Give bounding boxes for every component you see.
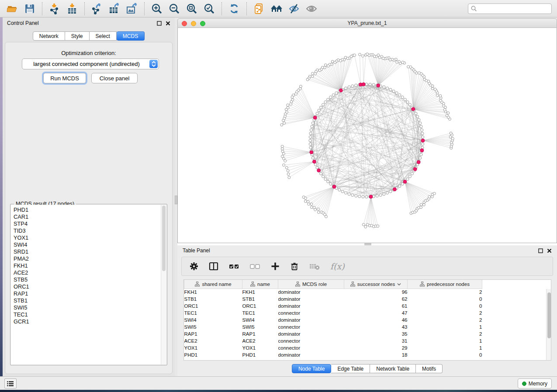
table-cell[interactable]: SWI5 <box>184 323 242 330</box>
column-header-successor-nodes[interactable]: successor nodes <box>344 280 408 289</box>
mcds-list-scroll-thumb[interactable] <box>162 206 166 271</box>
tab-select[interactable]: Select <box>90 31 117 41</box>
open-file-icon[interactable] <box>5 2 20 15</box>
table-row[interactable]: PHD1PHD1dominator180 <box>184 351 482 358</box>
table-cell[interactable]: 0 <box>408 296 482 303</box>
table-cell[interactable]: RAP1 <box>184 330 242 337</box>
table-cell[interactable]: 2 <box>408 289 482 296</box>
table-cell[interactable]: TEC1 <box>184 309 242 316</box>
table-options-icon[interactable] <box>190 262 198 271</box>
mcds-result-item[interactable]: RAP1 <box>11 290 166 297</box>
double-home-icon[interactable] <box>269 2 284 15</box>
table-cell[interactable]: dominator <box>278 351 344 358</box>
table-cell[interactable]: ACE2 <box>242 337 278 344</box>
table-cell[interactable]: 1 <box>408 323 482 330</box>
import-network-icon[interactable] <box>47 2 62 15</box>
table-cell[interactable]: PHD1 <box>184 351 242 358</box>
table-cell[interactable]: 2 <box>408 309 482 316</box>
mcds-result-item[interactable]: TID3 <box>11 227 166 234</box>
table-cell[interactable]: ORC1 <box>242 303 278 309</box>
table-row[interactable]: SWI5SWI5connector431 <box>184 323 482 330</box>
close-panel-button[interactable]: Close panel <box>91 73 138 83</box>
table-row[interactable]: YOX1YOX1connector291 <box>184 344 482 351</box>
add-row-icon[interactable] <box>271 262 280 271</box>
search-field[interactable] <box>468 3 552 14</box>
table-cell[interactable]: 1 <box>408 337 482 344</box>
float-panel-icon[interactable] <box>157 21 162 26</box>
tab-motifs[interactable]: Motifs <box>416 364 443 373</box>
table-cell[interactable]: 35 <box>344 330 408 337</box>
tab-mcds[interactable]: MCDS <box>117 31 145 41</box>
table-cell[interactable]: 62 <box>344 296 408 303</box>
table-cell[interactable]: YOX1 <box>184 344 242 351</box>
save-session-icon[interactable] <box>22 2 37 15</box>
table-cell[interactable]: SWI4 <box>242 316 278 323</box>
table-cell[interactable]: connector <box>278 323 344 330</box>
delete-table-icon[interactable] <box>309 262 320 270</box>
table-row[interactable]: SWI4SWI4dominator462 <box>184 316 482 323</box>
table-cell[interactable]: FKH1 <box>242 289 278 296</box>
table-row[interactable]: STB1STB1dominator620 <box>184 296 482 303</box>
toggle-graphics-details-icon[interactable] <box>287 2 301 15</box>
table-row[interactable]: TEC1TEC1connector472 <box>184 309 482 316</box>
import-table-icon[interactable] <box>65 2 80 15</box>
mcds-result-item[interactable]: ACE2 <box>11 269 166 276</box>
refresh-layout-icon[interactable] <box>227 2 242 15</box>
mcds-result-item[interactable]: CAR1 <box>11 213 166 220</box>
tab-node-table[interactable]: Node Table <box>292 364 332 373</box>
column-header-MCDS-role[interactable]: MCDS role <box>278 280 344 289</box>
mcds-list-scrollbar[interactable] <box>161 205 166 364</box>
mcds-result-item[interactable]: SWI5 <box>11 304 166 311</box>
share-document-icon[interactable] <box>252 2 266 15</box>
mcds-result-item[interactable]: STB5 <box>11 276 166 283</box>
table-cell[interactable]: dominator <box>278 303 344 309</box>
zoom-fit-icon[interactable] <box>184 2 199 15</box>
select-all-icon[interactable] <box>229 262 239 270</box>
table-cell[interactable]: dominator <box>278 316 344 323</box>
close-panel-icon[interactable] <box>166 21 170 26</box>
mcds-result-item[interactable]: TEC1 <box>11 311 166 318</box>
table-cell[interactable]: 2 <box>408 316 482 323</box>
table-cell[interactable]: 18 <box>344 351 408 358</box>
table-cell[interactable]: dominator <box>278 330 344 337</box>
table-cell[interactable]: 43 <box>344 323 408 330</box>
table-cell[interactable]: 2 <box>408 330 482 337</box>
table-cell[interactable]: 46 <box>344 316 408 323</box>
criterion-dropdown[interactable]: largest connected component (undirected) <box>22 58 159 69</box>
network-canvas[interactable] <box>177 28 557 243</box>
tab-network-table[interactable]: Network Table <box>370 364 416 373</box>
column-header-name[interactable]: name <box>242 280 278 289</box>
table-cell[interactable]: connector <box>278 309 344 316</box>
table-cell[interactable]: dominator <box>278 289 344 296</box>
function-builder-icon[interactable]: f(x) <box>330 261 345 271</box>
table-cell[interactable]: STB1 <box>184 296 242 303</box>
network-window-titlebar[interactable]: YPA_prune.txt_1 <box>177 18 557 28</box>
table-cell[interactable]: ACE2 <box>184 337 242 344</box>
mcds-result-item[interactable]: FKH1 <box>11 262 166 269</box>
table-cell[interactable]: FKH1 <box>184 289 242 296</box>
mcds-result-item[interactable]: YOX1 <box>11 234 166 241</box>
tab-style[interactable]: Style <box>65 31 90 41</box>
table-cell[interactable]: PHD1 <box>242 351 278 358</box>
mcds-result-item[interactable]: STP4 <box>11 220 166 227</box>
birds-eye-view-icon[interactable] <box>304 2 319 15</box>
table-cell[interactable]: connector <box>278 337 344 344</box>
mcds-result-item[interactable]: PMA2 <box>11 255 166 262</box>
table-cell[interactable]: 0 <box>408 303 482 309</box>
mcds-result-item[interactable]: SRD1 <box>11 248 166 255</box>
table-cell[interactable]: 61 <box>344 303 408 309</box>
table-row[interactable]: ACE2ACE2connector311 <box>184 337 482 344</box>
table-cell[interactable]: ORC1 <box>184 303 242 309</box>
close-panel-icon[interactable] <box>547 248 552 253</box>
memory-button[interactable]: Memory <box>518 378 552 389</box>
export-network-icon[interactable] <box>90 2 104 15</box>
export-image-icon[interactable] <box>125 2 139 15</box>
table-cell[interactable]: 0 <box>408 351 482 358</box>
search-input[interactable] <box>477 4 551 13</box>
table-cell[interactable]: 96 <box>344 289 408 296</box>
table-row[interactable]: FKH1FKH1dominator962 <box>184 289 482 296</box>
export-table-icon[interactable] <box>107 2 122 15</box>
table-cell[interactable]: TEC1 <box>242 309 278 316</box>
table-cell[interactable]: STB1 <box>242 296 278 303</box>
zoom-selected-icon[interactable] <box>202 2 217 15</box>
